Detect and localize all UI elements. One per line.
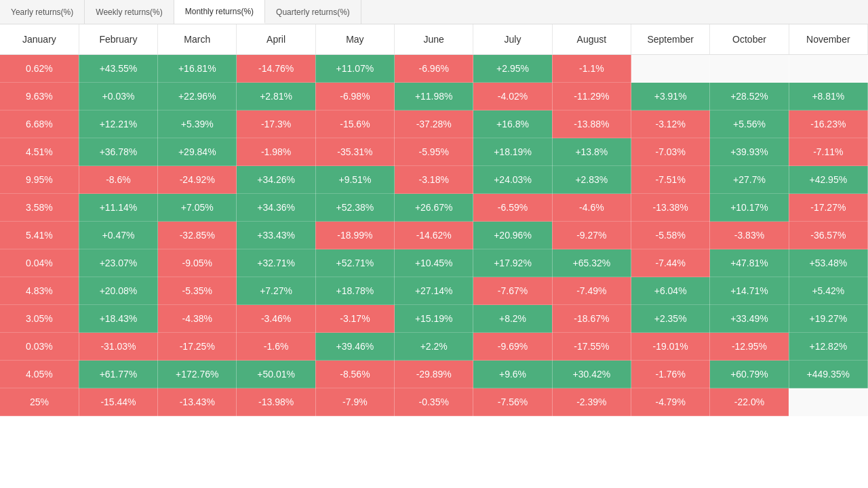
table-cell: +0.47% xyxy=(79,222,157,249)
table-row: 25%-15.44%-13.43%-13.98%-7.9%-0.35%-7.56… xyxy=(0,388,868,416)
table-cell: +18.19% xyxy=(473,138,552,166)
table-cell: +13.8% xyxy=(552,138,631,166)
tab-weekly[interactable]: Weekly returns(%) xyxy=(85,0,174,24)
table-cell: -6.98% xyxy=(315,83,394,110)
table-cell: 9.95% xyxy=(0,166,79,194)
table-cell xyxy=(631,55,710,83)
table-cell: +6.04% xyxy=(631,277,710,305)
table-cell: +18.78% xyxy=(315,277,394,305)
table-cell: +60.79% xyxy=(710,361,789,388)
table-cell: +29.84% xyxy=(158,138,237,166)
table-cell: -1.98% xyxy=(237,138,315,166)
table-cell: +52.71% xyxy=(315,249,394,277)
table-cell: -3.46% xyxy=(237,305,315,333)
table-cell: +0.03% xyxy=(79,83,157,110)
table-row: 3.58%+11.14%+7.05%+34.36%+52.38%+26.67%-… xyxy=(0,194,868,222)
table-cell: -14.62% xyxy=(395,222,473,249)
table-cell: -3.17% xyxy=(315,305,394,333)
table-cell: +65.32% xyxy=(552,249,631,277)
table-cell: +11.14% xyxy=(79,194,157,222)
table-cell: -24.92% xyxy=(158,166,237,194)
table-cell: -32.85% xyxy=(158,222,237,249)
table-cell: -17.27% xyxy=(789,194,867,222)
table-cell xyxy=(710,55,789,83)
table-cell: -7.51% xyxy=(631,166,710,194)
table-cell: -12.95% xyxy=(710,333,789,361)
table-cell: +27.7% xyxy=(710,166,789,194)
header-may: May xyxy=(315,24,394,55)
table-cell: +34.26% xyxy=(237,166,315,194)
tab-yearly[interactable]: Yearly returns(%) xyxy=(0,0,85,24)
header-november: November xyxy=(789,24,867,55)
table-cell: -31.03% xyxy=(79,333,157,361)
header-september: September xyxy=(631,24,710,55)
table-cell: +22.96% xyxy=(158,83,237,110)
table-cell: 3.05% xyxy=(0,305,79,333)
table-container: JanuaryFebruaryMarchAprilMayJuneJulyAugu… xyxy=(0,24,868,488)
table-cell: -6.96% xyxy=(395,55,473,83)
table-cell: +52.38% xyxy=(315,194,394,222)
table-cell: +12.82% xyxy=(789,333,867,361)
table-cell: -5.58% xyxy=(631,222,710,249)
table-cell: -37.28% xyxy=(395,110,473,138)
table-cell: +32.71% xyxy=(237,249,315,277)
table-cell: +19.27% xyxy=(789,305,867,333)
table-cell: -18.67% xyxy=(552,305,631,333)
table-cell: -8.6% xyxy=(79,166,157,194)
header-row: JanuaryFebruaryMarchAprilMayJuneJulyAugu… xyxy=(0,24,868,55)
table-cell: +5.56% xyxy=(710,110,789,138)
table-cell: +20.08% xyxy=(79,277,157,305)
table-cell: -36.57% xyxy=(789,222,867,249)
table-cell: -1.76% xyxy=(631,361,710,388)
tab-quarterly[interactable]: Quarterly returns(%) xyxy=(265,0,361,24)
table-cell: -3.83% xyxy=(710,222,789,249)
table-cell: -9.05% xyxy=(158,249,237,277)
table-cell: -15.6% xyxy=(315,110,394,138)
header-august: August xyxy=(552,24,631,55)
table-cell: -17.25% xyxy=(158,333,237,361)
table-cell: 6.68% xyxy=(0,110,79,138)
table-cell: +172.76% xyxy=(158,361,237,388)
table-cell: -0.35% xyxy=(395,388,473,416)
table-cell: +26.67% xyxy=(395,194,473,222)
table-cell: -7.67% xyxy=(473,277,552,305)
tab-monthly[interactable]: Monthly returns(%) xyxy=(174,0,265,24)
table-cell: +10.17% xyxy=(710,194,789,222)
table-cell: -4.6% xyxy=(552,194,631,222)
table-cell: 25% xyxy=(0,388,79,416)
table-cell: +18.43% xyxy=(79,305,157,333)
table-cell: +16.8% xyxy=(473,110,552,138)
header-april: April xyxy=(237,24,315,55)
table-cell: -13.88% xyxy=(552,110,631,138)
table-cell: -6.59% xyxy=(473,194,552,222)
table-cell: +2.83% xyxy=(552,166,631,194)
table-row: 9.95%-8.6%-24.92%+34.26%+9.51%-3.18%+24.… xyxy=(0,166,868,194)
table-cell: 0.62% xyxy=(0,55,79,83)
header-january: January xyxy=(0,24,79,55)
table-cell: 0.03% xyxy=(0,333,79,361)
table-body: 0.62%+43.55%+16.81%-14.76%+11.07%-6.96%+… xyxy=(0,55,868,416)
table-cell: 0.04% xyxy=(0,249,79,277)
table-cell: -22.0% xyxy=(710,388,789,416)
table-cell: +2.95% xyxy=(473,55,552,83)
table-cell: -4.02% xyxy=(473,83,552,110)
table-cell: +14.71% xyxy=(710,277,789,305)
table-cell: -13.38% xyxy=(631,194,710,222)
table-cell: +42.95% xyxy=(789,166,867,194)
table-cell: -17.55% xyxy=(552,333,631,361)
table-cell: +2.81% xyxy=(237,83,315,110)
header-march: March xyxy=(158,24,237,55)
returns-table: JanuaryFebruaryMarchAprilMayJuneJulyAugu… xyxy=(0,24,868,416)
table-cell: -7.49% xyxy=(552,277,631,305)
table-cell: +449.35% xyxy=(789,361,867,388)
table-cell: -18.99% xyxy=(315,222,394,249)
table-row: 0.04%+23.07%-9.05%+32.71%+52.71%+10.45%+… xyxy=(0,249,868,277)
table-cell: 3.58% xyxy=(0,194,79,222)
table-row: 4.05%+61.77%+172.76%+50.01%-8.56%-29.89%… xyxy=(0,361,868,388)
table-cell: -15.44% xyxy=(79,388,157,416)
table-cell: +39.46% xyxy=(315,333,394,361)
table-cell: +9.6% xyxy=(473,361,552,388)
table-cell: +17.92% xyxy=(473,249,552,277)
table-cell: +34.36% xyxy=(237,194,315,222)
table-cell: -4.79% xyxy=(631,388,710,416)
